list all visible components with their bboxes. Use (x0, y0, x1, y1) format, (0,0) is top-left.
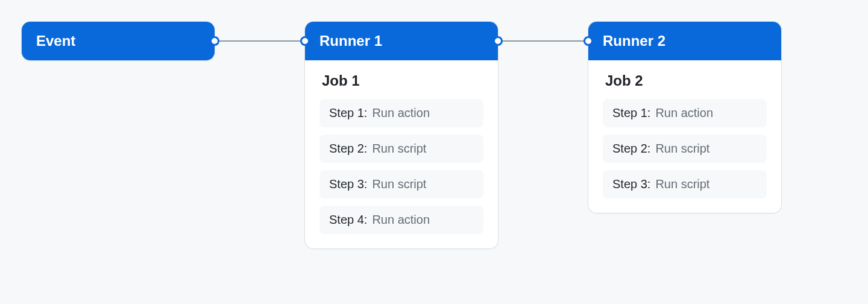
step-desc: Run script (372, 142, 426, 156)
step-label: Step 1: (612, 106, 650, 120)
event-node: Event (22, 22, 215, 60)
step-desc: Run script (655, 177, 709, 191)
port-event-out (210, 36, 219, 46)
runner1-job-title: Job 1 (319, 72, 483, 89)
runner2-body: Job 2 Step 1: Run action Step 2: Run scr… (588, 60, 781, 213)
runner2-job-title: Job 2 (603, 72, 767, 89)
step-desc: Run action (372, 106, 430, 120)
runner1-body: Job 1 Step 1: Run action Step 2: Run scr… (305, 60, 498, 249)
event-title: Event (36, 33, 75, 49)
step-desc: Run action (655, 106, 713, 120)
step-label: Step 2: (329, 142, 367, 156)
runner1-title: Runner 1 (319, 33, 382, 49)
runner2-node: Runner 2 Job 2 Step 1: Run action Step 2… (588, 22, 781, 213)
port-runner1-in (300, 36, 310, 46)
step-label: Step 2: (612, 142, 650, 156)
workflow-diagram: Event Runner 1 Job 1 Step 1: Run action … (0, 0, 868, 304)
list-item: Step 1: Run action (603, 99, 767, 127)
list-item: Step 3: Run script (603, 170, 767, 198)
list-item: Step 2: Run script (319, 135, 483, 163)
step-desc: Run script (655, 142, 709, 156)
connector-event-runner1 (215, 40, 305, 42)
step-label: Step 1: (329, 106, 367, 120)
step-desc: Run script (372, 177, 426, 191)
step-label: Step 3: (612, 177, 650, 191)
list-item: Step 4: Run action (319, 206, 483, 234)
runner1-node: Runner 1 Job 1 Step 1: Run action Step 2… (305, 22, 498, 249)
step-desc: Run action (372, 213, 430, 227)
list-item: Step 1: Run action (319, 99, 483, 127)
list-item: Step 3: Run script (319, 170, 483, 198)
port-runner1-out (493, 36, 503, 46)
runner2-title: Runner 2 (603, 33, 665, 49)
list-item: Step 2: Run script (603, 135, 767, 163)
runner1-header: Runner 1 (305, 22, 498, 60)
step-label: Step 4: (329, 213, 367, 227)
connector-runner1-runner2 (498, 40, 588, 42)
port-runner2-in (583, 36, 593, 46)
event-header: Event (22, 22, 215, 60)
step-label: Step 3: (329, 177, 367, 191)
runner2-header: Runner 2 (588, 22, 781, 60)
